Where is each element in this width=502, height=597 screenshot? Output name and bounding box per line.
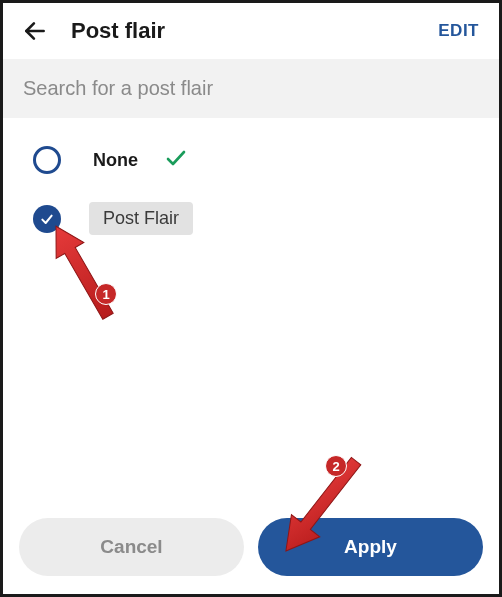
footer-bar: Cancel Apply	[3, 504, 499, 594]
option-none-label: None	[93, 150, 138, 171]
check-icon	[164, 146, 188, 174]
flair-options: None Post Flair	[3, 118, 499, 235]
header-bar: Post flair EDIT	[3, 3, 499, 59]
option-none[interactable]: None	[33, 146, 483, 174]
page-title: Post flair	[71, 18, 438, 44]
annotation-badge-2: 2	[325, 455, 347, 477]
radio-selected-icon[interactable]	[33, 205, 61, 233]
search-input[interactable]	[23, 77, 479, 100]
edit-button[interactable]: EDIT	[438, 21, 483, 41]
cancel-button[interactable]: Cancel	[19, 518, 244, 576]
option-post-flair-label: Post Flair	[89, 202, 193, 235]
app-frame: Post flair EDIT None	[0, 0, 502, 597]
apply-button[interactable]: Apply	[258, 518, 483, 576]
back-icon[interactable]	[21, 17, 49, 45]
radio-unselected-icon[interactable]	[33, 146, 61, 174]
search-bar	[3, 59, 499, 118]
annotation-badge-1: 1	[95, 283, 117, 305]
option-post-flair[interactable]: Post Flair	[33, 202, 483, 235]
